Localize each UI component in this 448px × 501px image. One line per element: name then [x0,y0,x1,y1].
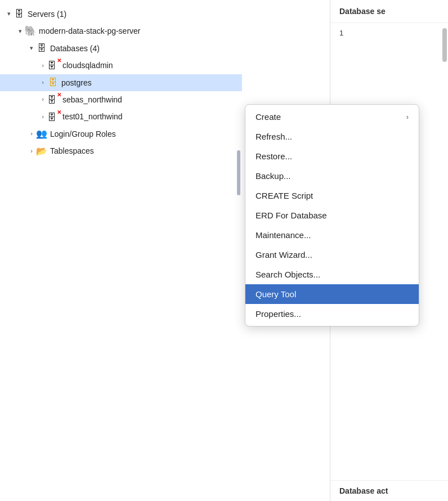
db-icon-test01-northwind: 🗄 ✕ [47,111,60,123]
menu-item-erd-for-database[interactable]: ERD For Database [245,205,419,225]
databases-label: Databases (4) [50,42,100,55]
db-test01-northwind-label: test01_northwind [62,110,123,123]
db-icon-sebas-northwind: 🗄 ✕ [47,94,60,105]
submenu-arrow-icon: › [406,113,409,121]
menu-item-create-script[interactable]: CREATE Script [245,186,419,205]
tree-item-test01-northwind[interactable]: › 🗄 ✕ test01_northwind [0,108,242,125]
right-panel-header: Database se [330,0,448,23]
menu-item-query-tool[interactable]: Query Tool [245,284,419,304]
menu-item-label-query-tool: Query Tool [256,289,296,299]
right-panel-scrollbar[interactable] [442,28,447,62]
servers-icon: 🗄 [14,8,25,20]
tree-item-sebas-northwind[interactable]: › 🗄 ✕ sebas_northwind [0,91,242,108]
login-group-roles-icon: 👥 [36,128,47,140]
chevron-right-icon: › [27,129,36,138]
server-icon: 🐘 [25,26,36,37]
menu-item-create[interactable]: Create› [245,107,419,127]
right-panel-bottom-label: Database act [330,480,448,501]
menu-item-label-properties: Properties... [256,309,301,319]
login-group-roles-label: Login/Group Roles [50,128,116,140]
tree-item-databases[interactable]: ▾ 🗄 Databases (4) [0,40,242,57]
menu-item-label-grant-wizard: Grant Wizard... [256,250,312,260]
menu-item-label-erd-for-database: ERD For Database [256,211,327,220]
menu-item-label-restore: Restore... [256,151,292,161]
menu-item-refresh[interactable]: Refresh... [245,127,419,146]
servers-label: Servers (1) [28,8,66,20]
chevron-right-icon: › [38,95,47,104]
context-menu: Create›Refresh...Restore...Backup...CREA… [245,104,419,326]
error-icon: ✕ [57,58,61,64]
database-icon: 🗄 [47,113,56,122]
chevron-right-icon: › [38,78,47,87]
menu-item-label-create-script: CREATE Script [256,191,313,200]
error-icon: ✕ [57,110,61,115]
db-sebas-northwind-label: sebas_northwind [62,93,122,106]
tree-item-server[interactable]: ▾ 🐘 modern-data-stack-pg-server [0,23,242,39]
tree-item-servers[interactable]: ▾ 🗄 Servers (1) [0,6,242,23]
menu-item-properties[interactable]: Properties... [245,304,419,324]
database-icon-postgres: 🗄 [47,77,59,88]
menu-item-restore[interactable]: Restore... [245,146,419,166]
chevron-down-icon: ▾ [27,44,36,53]
menu-item-maintenance[interactable]: Maintenance... [245,225,419,245]
database-icon: 🗄 [47,95,56,105]
databases-icon: 🗄 [36,43,47,54]
right-panel-value: 1 [330,23,448,43]
menu-item-backup[interactable]: Backup... [245,166,419,186]
chevron-down-icon: ▾ [16,27,25,36]
tablespaces-icon: 📂 [36,145,47,156]
database-icon: 🗄 [47,61,56,70]
menu-item-grant-wizard[interactable]: Grant Wizard... [245,245,419,265]
menu-item-label-search-objects: Search Objects... [256,270,320,279]
chevron-right-icon: › [27,146,36,155]
menu-item-label-refresh: Refresh... [256,132,292,141]
menu-item-label-maintenance: Maintenance... [256,230,311,240]
tree-item-cloudsqladmin[interactable]: › 🗄 ✕ cloudsqladmin [0,57,242,74]
tree-item-tablespaces[interactable]: › 📂 Tablespaces [0,142,242,159]
menu-item-label-create: Create [256,112,281,122]
menu-item-label-backup: Backup... [256,171,291,181]
error-icon: ✕ [57,92,61,98]
chevron-right-icon: › [38,113,47,122]
tree-item-postgres[interactable]: › 🗄 postgres [0,74,242,91]
tree-panel: ▾ 🗄 Servers (1) ▾ 🐘 modern-data-stack-pg… [0,0,242,501]
server-name-label: modern-data-stack-pg-server [39,25,141,37]
chevron-right-icon: › [38,61,47,70]
db-postgres-label: postgres [61,77,92,89]
db-icon-cloudsqladmin: 🗄 ✕ [47,60,60,71]
tree-scrollbar[interactable] [237,150,240,195]
chevron-down-icon: ▾ [5,10,14,19]
tablespaces-label: Tablespaces [50,145,94,157]
tree-item-login-group-roles[interactable]: › 👥 Login/Group Roles [0,126,242,142]
menu-item-search-objects[interactable]: Search Objects... [245,265,419,284]
db-cloudsqladmin-label: cloudsqladmin [62,59,113,71]
